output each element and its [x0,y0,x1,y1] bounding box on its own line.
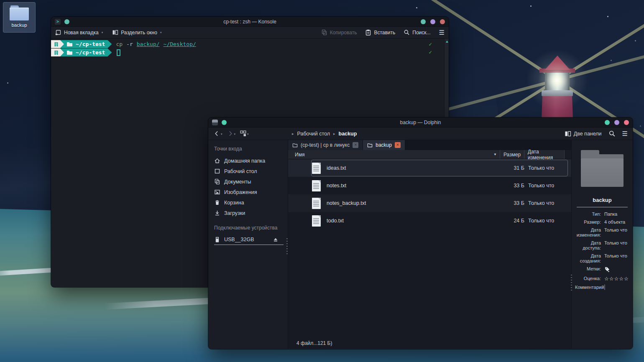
prop-value-created: Только что [604,253,629,258]
sidebar-item-pictures[interactable]: Изображения [214,187,288,197]
menu-hamburger-icon[interactable]: ☰ [439,29,445,36]
terminal-cursor [117,49,120,56]
konsole-titlebar[interactable]: > cp-test : zsh — Konsole [51,17,449,27]
column-header-date[interactable]: Дата изменения [524,150,565,159]
search-button[interactable]: Поиск... [404,29,430,36]
comment-input[interactable] [604,284,605,290]
folder-icon [292,143,298,148]
breadcrumb-desktop[interactable]: Рабочий стол [297,131,330,137]
dolphin-toolbar: ▾ ▾ ▾ ▸ Рабочий стол ▸ backup Две панели… [208,127,633,140]
maximize-button[interactable] [614,120,619,125]
sidebar-item-downloads[interactable]: Загрузки [214,208,288,218]
downloads-icon [214,210,220,216]
terminal-line-1: ~/cp-test cp-rbackup/~/Desktop/ [51,40,449,48]
text-file-icon [312,163,321,174]
file-name: notes_backup.txt [327,200,500,206]
view-mode-button[interactable]: ▾ [240,130,249,137]
file-date: Только что [524,165,565,171]
sidebar-item-desktop[interactable]: Рабочий стол [214,166,288,176]
text-file-icon [312,198,321,209]
column-header-name[interactable]: Имя ▼ [288,150,500,159]
file-row-notes[interactable]: notes.txt 33 Б Только что [288,177,571,194]
chevron-down-icon[interactable]: ▾ [234,133,236,137]
prompt-path: ~/cp-test [76,40,105,48]
new-tab-button[interactable]: Новая вкладка ▾ [55,29,103,36]
split-view-icon [112,29,118,36]
info-item-name: backup [575,197,629,203]
column-label: Размер [503,152,521,158]
panel-splitter-handle[interactable] [571,275,572,291]
star [607,16,608,17]
dolphin-window: backup — Dolphin ▾ ▾ ▾ ▸ Рабочий стол ▸ … [208,117,633,349]
sidebar-item-label: Документы [224,179,251,185]
dual-panel-button[interactable]: Две панели [565,130,602,137]
pin-button[interactable] [64,19,69,24]
chevron-down-icon[interactable]: ▾ [102,31,103,36]
star-icon[interactable]: ☆ [609,276,614,282]
menu-hamburger-icon[interactable]: ☰ [622,130,628,138]
star-icon[interactable]: ☆ [624,276,629,282]
chevron-down-icon[interactable]: ▾ [247,133,249,137]
file-row-todo[interactable]: todo.txt 24 Б Только что [288,212,571,229]
prop-value-accessed: Только что [604,240,629,245]
minimize-button[interactable] [605,120,610,125]
forward-button[interactable]: ▾ [227,130,236,137]
prop-label-comment: Комментарий: [575,285,601,290]
star-icon[interactable]: ☆ [614,276,619,282]
file-row-ideas[interactable]: ideas.txt 31 Б Только что [288,159,571,177]
column-header-size[interactable]: Размер [500,150,524,159]
tab-close-icon[interactable]: ✕ [353,142,358,148]
tab-cp-test[interactable]: (cp-test) | cp в линукс ✕ [288,140,363,150]
sidebar-item-label: Изображения [224,189,257,195]
file-date: Только что [524,200,565,206]
star [416,7,417,8]
file-name: notes.txt [327,183,500,189]
prop-label-type: Тип: [575,212,601,217]
desktop-icon-backup[interactable]: backup [3,2,36,33]
close-button[interactable] [440,19,445,24]
minimize-button[interactable] [421,19,426,24]
column-headers: Имя ▼ Размер Дата изменения [288,150,571,159]
paste-button[interactable]: Вставить [365,29,395,36]
home-icon [214,158,220,164]
search-icon[interactable] [608,130,616,137]
tab-close-icon[interactable]: ✕ [395,142,401,148]
dolphin-titlebar[interactable]: backup — Dolphin [208,117,633,127]
rating-stars[interactable]: ☆☆☆☆☆ [604,276,629,282]
status-text: 4 файл...121 Б) [296,340,332,346]
sidebar-item-trash[interactable]: Корзина [214,197,288,208]
pictures-icon [214,189,220,195]
dolphin-app-icon [212,120,218,125]
prompt-path: ~/cp-test [76,48,105,56]
chevron-down-icon[interactable]: ▾ [160,31,162,36]
star-icon[interactable]: ☆ [619,276,624,282]
copy-label: Копировать [330,30,357,36]
konsole-app-icon: > [55,19,61,25]
chevron-down-icon[interactable]: ▾ [221,133,222,137]
command-arg-source: backup/ [137,41,160,47]
maximize-button[interactable] [430,19,435,24]
copy-button[interactable]: Копировать [321,29,357,36]
exit-status-check-icon: ✓ [429,48,432,56]
back-button[interactable]: ▾ [213,130,222,137]
breadcrumb-backup[interactable]: backup [339,131,357,137]
prompt-path-segment: ~/cp-test [60,40,112,48]
file-row-notes-backup[interactable]: notes_backup.txt 33 Б Только что [288,194,571,212]
konsole-window-title: cp-test : zsh — Konsole [51,19,449,25]
sidebar-item-usb[interactable]: USB__32GB [214,235,284,245]
prop-value-comment[interactable] [604,285,629,290]
column-gutter [565,150,571,159]
eject-icon[interactable] [273,237,279,242]
tab-backup[interactable]: backup ✕ [363,140,405,150]
pin-button[interactable] [222,120,227,125]
copy-icon [321,29,327,36]
star [611,60,612,61]
breadcrumb: ▸ Рабочий стол ▸ backup [292,131,357,137]
sidebar-item-documents[interactable]: Документы [214,176,288,187]
search-icon [404,29,410,36]
star-icon[interactable]: ☆ [604,276,609,282]
split-view-button[interactable]: Разделить окно ▾ [112,29,161,36]
sidebar-item-home[interactable]: Домашняя папка [214,156,288,166]
prop-value-tags[interactable] [604,266,629,273]
close-button[interactable] [624,120,629,125]
